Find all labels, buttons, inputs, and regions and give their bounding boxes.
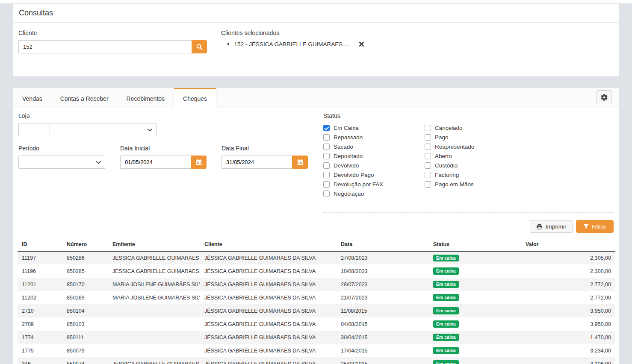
status-option[interactable]: Negociação — [323, 189, 425, 198]
dashed-separator — [323, 212, 614, 213]
remove-client-x-icon[interactable] — [359, 41, 364, 47]
status-badge: Em caixa — [433, 320, 459, 328]
status-option-label: Cancelado — [435, 125, 463, 131]
checkbox-unchecked-icon[interactable] — [425, 153, 431, 159]
cell-cliente: JÉSSICA GABRIELLE GUIMARAES DA SILVA — [200, 331, 337, 344]
status-option[interactable]: Em Caixa — [323, 123, 425, 132]
checkbox-unchecked-icon[interactable] — [425, 144, 431, 150]
checkbox-unchecked-icon[interactable] — [323, 181, 330, 188]
cell-emitente: JESSICA GABRIELLE GUIMARAES D… — [108, 264, 200, 278]
cell-cliente: JÉSSICA GABRIELLE GUIMARAES DA SILVA — [200, 304, 337, 317]
status-option[interactable]: Aberto — [425, 151, 474, 161]
cell-status: Em caixa — [429, 264, 521, 278]
cliente-search-input[interactable] — [18, 40, 192, 53]
data-inicial-calendar-button[interactable] — [191, 156, 207, 169]
filtrar-button[interactable]: Filtrar — [576, 220, 614, 233]
cell-id: 11201 — [18, 278, 62, 291]
cell-numero: 850074 — [62, 357, 108, 364]
checkbox-unchecked-icon[interactable] — [425, 172, 431, 178]
status-column-1: Em CaixaRepassadoSacadoDepositadoDevolvi… — [323, 123, 425, 198]
status-option[interactable]: Reapresentado — [425, 142, 474, 151]
status-badge: Em caixa — [433, 360, 459, 364]
tabbar: Vendas Contas a Receber Recebimentos Che… — [13, 88, 619, 108]
status-option[interactable]: Devolução por FAX — [323, 179, 425, 189]
col-header-data: Data — [337, 238, 429, 251]
cell-numero: 850104 — [62, 304, 108, 317]
status-option-label: Em Caixa — [334, 125, 359, 131]
cell-valor: 3.950,00 — [521, 317, 615, 331]
cell-emitente — [108, 304, 200, 317]
periodo-label: Período — [18, 145, 105, 152]
cell-status: Em caixa — [429, 304, 521, 317]
data-final-label: Data Final — [221, 145, 308, 152]
cell-id: 346 — [18, 357, 62, 364]
checkbox-unchecked-icon[interactable] — [323, 162, 330, 169]
loja-label: Loja — [18, 112, 308, 119]
status-option[interactable]: Cancelado — [425, 123, 474, 132]
settings-button[interactable] — [597, 90, 611, 104]
cell-id: 2710 — [18, 304, 62, 317]
checkbox-unchecked-icon[interactable] — [323, 153, 330, 159]
cell-emitente: MARIA JOSILENE GUIMARÃES SILVA — [108, 291, 200, 304]
checkbox-checked-icon[interactable] — [323, 125, 330, 131]
cell-cliente: JÉSSICA GABRIELLE GUIMARAES DA SILVA — [200, 264, 337, 278]
periodo-select[interactable] — [18, 156, 105, 169]
status-option-label: Devolvido Pago — [334, 172, 374, 178]
cell-valor: 1.470,00 — [521, 331, 615, 344]
cliente-label: Cliente — [18, 29, 207, 36]
checkbox-unchecked-icon[interactable] — [425, 134, 431, 141]
status-option[interactable]: Repassado — [323, 132, 425, 142]
cell-valor: 2.772,00 — [521, 291, 615, 304]
tab-contas-a-receber[interactable]: Contas a Receber — [51, 88, 118, 108]
status-option[interactable]: Pago em Mãos — [425, 179, 474, 189]
status-option[interactable]: Factoring — [425, 170, 474, 179]
status-option[interactable]: Custódia — [425, 161, 474, 170]
status-badge: Em caixa — [433, 267, 459, 275]
data-final-calendar-button[interactable] — [292, 156, 308, 169]
cell-data: 04/08/2015 — [337, 317, 429, 331]
cheques-table: ID Número Emitente Cliente Data Status V… — [18, 238, 615, 364]
chevron-down-icon — [148, 129, 152, 132]
status-option[interactable]: Devolvido Pago — [323, 170, 425, 179]
imprimir-button[interactable]: Imprimir — [530, 220, 573, 233]
col-header-id: ID — [18, 238, 62, 251]
status-option-label: Pago — [435, 134, 449, 141]
status-option-label: Factoring — [435, 172, 459, 178]
cell-data: 17/04/2015 — [337, 344, 429, 357]
checkbox-unchecked-icon[interactable] — [425, 181, 431, 188]
gear-icon — [601, 94, 608, 101]
table-row: 2709850103JÉSSICA GABRIELLE GUIMARAES DA… — [18, 317, 615, 331]
checkbox-unchecked-icon[interactable] — [323, 172, 330, 178]
cell-valor: 2.300,00 — [521, 264, 615, 278]
status-option[interactable]: Depositado — [323, 151, 425, 161]
checkbox-unchecked-icon[interactable] — [323, 191, 330, 197]
status-badge: Em caixa — [433, 255, 459, 262]
cliente-search-button[interactable] — [192, 40, 207, 53]
checkbox-unchecked-icon[interactable] — [323, 134, 330, 141]
tab-vendas[interactable]: Vendas — [13, 88, 51, 108]
tab-cheques[interactable]: Cheques — [174, 88, 216, 108]
cell-emitente — [108, 317, 200, 331]
status-option[interactable]: Sacado — [323, 142, 425, 151]
table-row: 11197850286JESSICA GABRIELLE GUIMARAES D… — [18, 251, 615, 264]
cell-status: Em caixa — [429, 291, 521, 304]
status-option[interactable]: Devolvido — [323, 161, 425, 170]
filter-area: Loja Período — [13, 108, 619, 233]
loja-select[interactable] — [50, 123, 157, 136]
cell-valor: 4.106,00 — [521, 357, 615, 364]
cell-status: Em caixa — [429, 344, 521, 357]
checkbox-unchecked-icon[interactable] — [425, 125, 431, 131]
checkbox-unchecked-icon[interactable] — [323, 144, 330, 150]
cell-id: 11197 — [18, 251, 62, 264]
clientes-selecionados-label: Clientes selecionados — [221, 29, 364, 36]
cell-valor: 2.305,00 — [521, 251, 615, 264]
status-option-label: Depositado — [334, 153, 363, 159]
data-final-input[interactable] — [221, 156, 292, 169]
status-option[interactable]: Pago — [425, 132, 474, 142]
loja-code-input[interactable] — [18, 123, 50, 136]
data-inicial-input[interactable] — [120, 156, 191, 169]
table-row: 1774850111JÉSSICA GABRIELLE GUIMARAES DA… — [18, 331, 615, 344]
tab-recebimentos[interactable]: Recebimentos — [118, 88, 174, 108]
checkbox-unchecked-icon[interactable] — [425, 162, 431, 169]
status-option-label: Sacado — [334, 144, 353, 150]
